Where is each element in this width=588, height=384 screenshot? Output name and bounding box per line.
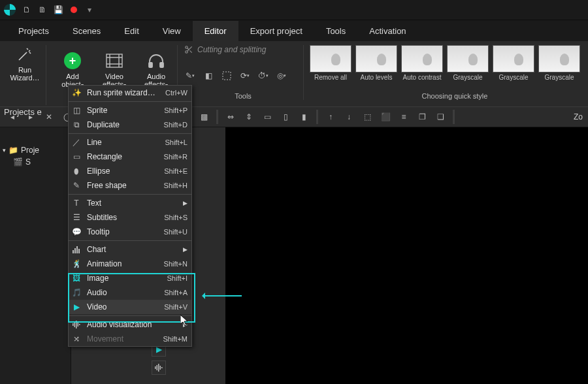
- dd-separator: [69, 240, 191, 241]
- rect-select-icon[interactable]: [221, 70, 233, 82]
- svg-rect-13: [78, 323, 79, 327]
- stretch-icon[interactable]: ▮: [297, 110, 311, 124]
- thumb-grayscale-3[interactable]: Grayscale: [539, 45, 580, 81]
- svg-rect-2: [160, 63, 163, 67]
- distribute-v-icon[interactable]: ⇕: [242, 110, 256, 124]
- thumbs-scroll-down-icon[interactable]: ▾: [585, 61, 588, 75]
- plus-circle-icon: +: [63, 52, 82, 70]
- menu-edit[interactable]: Edit: [112, 21, 150, 41]
- submenu-arrow-icon: ▶: [183, 200, 188, 206]
- svg-rect-10: [73, 323, 74, 326]
- rotate-tool-icon[interactable]: ⟳▾: [239, 70, 251, 82]
- dd-duplicate[interactable]: ⧉ Duplicate Shift+D: [69, 118, 191, 132]
- dd-subtitles[interactable]: ☰ Subtitles Shift+S: [69, 210, 191, 225]
- animation-icon: 🕺: [71, 259, 82, 269]
- dd-free-shape[interactable]: ✎ Free shape Shift+H: [69, 178, 191, 193]
- chart-icon: [71, 244, 82, 255]
- new-file-icon[interactable]: 🗋: [22, 5, 31, 14]
- scene-icon: 🎬: [13, 157, 23, 167]
- dd-line[interactable]: ／ Line Shift+L: [69, 135, 191, 150]
- run-wizard-button[interactable]: RunWizard…: [5, 45, 44, 92]
- full-width-icon[interactable]: ▭: [260, 110, 274, 124]
- dd-separator: [69, 101, 191, 102]
- menu-scenes[interactable]: Scenes: [61, 21, 112, 41]
- submenu-arrow-icon: ▶: [183, 246, 188, 253]
- open-file-icon[interactable]: 🗎: [38, 5, 47, 14]
- dd-rectangle[interactable]: ▭ Rectangle Shift+R: [69, 150, 191, 164]
- dd-chart[interactable]: Chart ▶: [69, 242, 191, 257]
- tb-separator: [453, 110, 455, 124]
- tb-separator: [316, 110, 318, 124]
- thumbs-scroll-up-icon[interactable]: ▴: [585, 45, 588, 59]
- dd-sprite[interactable]: ◫ Sprite Shift+P: [69, 103, 191, 118]
- rectangle-icon: ▭: [71, 152, 82, 162]
- distribute-h-icon[interactable]: ⇔: [223, 110, 238, 124]
- svg-rect-9: [78, 249, 80, 253]
- dd-video[interactable]: ▶ Video Shift+V: [69, 300, 191, 314]
- text-icon: T: [71, 198, 82, 208]
- side-eq-icon[interactable]: [152, 360, 166, 375]
- svg-rect-0: [106, 54, 122, 67]
- quick-dropdown-icon[interactable]: ▾: [85, 5, 94, 14]
- arrow-down-icon[interactable]: ↓: [342, 110, 356, 124]
- copy-style-icon[interactable]: ❐: [415, 110, 429, 124]
- speed-tool-icon[interactable]: ⏱▾: [257, 70, 269, 82]
- audio-icon: 🎵: [71, 287, 82, 298]
- svg-rect-12: [76, 321, 77, 328]
- fit-icon[interactable]: ▯: [278, 110, 293, 124]
- cursor-icon: [180, 315, 189, 327]
- dd-text[interactable]: T Text ▶: [69, 196, 191, 210]
- bring-front-icon[interactable]: ⬚: [360, 110, 374, 124]
- image-icon: 🖼: [71, 273, 82, 283]
- svg-marker-20: [180, 315, 188, 326]
- dd-tooltip[interactable]: 💬 Tooltip Shift+U: [69, 225, 191, 239]
- svg-rect-15: [155, 366, 156, 369]
- send-back-icon[interactable]: ⬛: [378, 110, 393, 124]
- dd-run-sprite-wizard[interactable]: ✨ Run sprite wizard… Ctrl+W: [69, 86, 191, 100]
- dd-image[interactable]: 🖼 Image Shift+I: [69, 271, 191, 285]
- layers-icon[interactable]: ≡: [397, 110, 411, 124]
- free-shape-icon: ✎: [71, 180, 82, 191]
- menu-export-project[interactable]: Export project: [238, 21, 314, 41]
- scissors-icon: [184, 45, 193, 54]
- arrow-up-icon[interactable]: ↑: [323, 110, 338, 124]
- thumb-auto-contrast[interactable]: Auto contrast: [402, 45, 442, 81]
- thumb-grayscale-2[interactable]: Grayscale: [493, 45, 534, 81]
- save-file-icon[interactable]: 💾: [54, 5, 63, 14]
- cutting-splitting-label: Cutting and splitting: [197, 45, 266, 54]
- dd-separator: [69, 315, 191, 316]
- subtitles-icon: ☰: [71, 212, 82, 223]
- duplicate-icon: ⧉: [71, 120, 82, 130]
- crop-tool-icon[interactable]: ◧: [203, 70, 214, 82]
- svg-rect-18: [160, 366, 161, 370]
- menu-projects[interactable]: Projects: [7, 21, 61, 41]
- dd-audio-visualization[interactable]: Audio visualization ▶: [69, 317, 191, 332]
- svg-rect-17: [158, 364, 159, 372]
- tree-root[interactable]: ▾ 📁 Proje: [3, 144, 68, 156]
- menu-tools[interactable]: Tools: [314, 21, 357, 41]
- pen-tool-icon[interactable]: ✎▾: [184, 70, 196, 82]
- dd-audio[interactable]: 🎵 Audio Shift+A: [69, 285, 191, 300]
- svg-rect-6: [73, 250, 74, 253]
- menu-view[interactable]: View: [151, 21, 193, 41]
- align-bottom-icon[interactable]: ▩: [197, 110, 211, 124]
- dd-animation[interactable]: 🕺 Animation Shift+N: [69, 257, 191, 271]
- tree-child-scene[interactable]: 🎬 S: [13, 156, 68, 168]
- record-icon[interactable]: [69, 5, 78, 14]
- thumb-grayscale-1[interactable]: Grayscale: [448, 45, 488, 81]
- paste-style-icon[interactable]: ❏: [433, 110, 448, 124]
- transform-tool-icon[interactable]: ◎▾: [276, 70, 287, 82]
- svg-rect-1: [149, 63, 152, 67]
- svg-point-3: [186, 46, 188, 49]
- tree-expand-icon[interactable]: ▾: [3, 147, 6, 153]
- tb-close-icon[interactable]: ✕: [42, 110, 56, 124]
- svg-rect-7: [74, 248, 76, 253]
- dd-separator: [69, 194, 191, 195]
- dd-separator: [69, 133, 191, 134]
- thumb-auto-levels[interactable]: Auto levels: [356, 45, 397, 81]
- thumb-remove-all[interactable]: Remove all: [310, 45, 351, 81]
- menu-editor[interactable]: Editor: [193, 21, 238, 41]
- dd-ellipse[interactable]: ⬮ Ellipse Shift+E: [69, 164, 191, 178]
- menu-activation[interactable]: Activation: [357, 21, 417, 41]
- svg-point-4: [186, 51, 188, 54]
